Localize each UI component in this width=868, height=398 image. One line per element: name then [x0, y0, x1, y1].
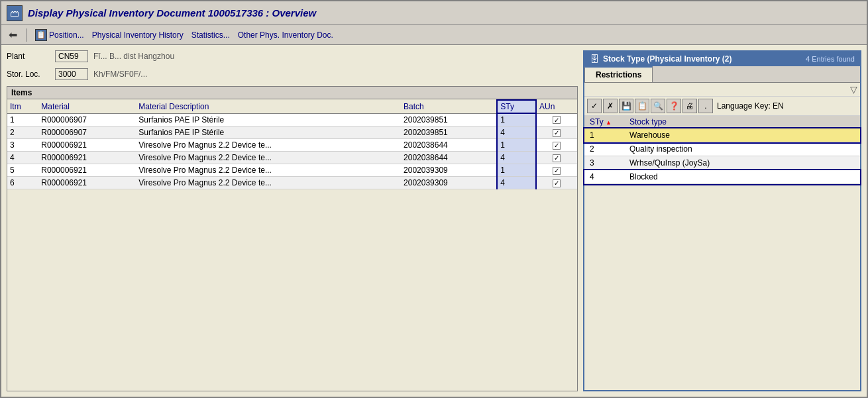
history-label: Physical Inventory History: [92, 30, 184, 40]
cell-itm: 1: [7, 113, 38, 126]
stock-col-sty[interactable]: STy ▲: [584, 116, 624, 128]
filter-icon[interactable]: ▽: [850, 84, 857, 95]
app-icon: 🗃: [7, 5, 23, 21]
list-item[interactable]: 2 Quality inspection: [584, 142, 860, 156]
cell-sty: 4: [497, 126, 536, 139]
statistics-label: Statistics...: [191, 30, 230, 40]
col-sty[interactable]: STy: [497, 100, 536, 113]
other-doc-button[interactable]: Other Phys. Inventory Doc.: [236, 30, 335, 40]
position-button[interactable]: 📋 Position...: [33, 28, 86, 42]
cell-sty: 1: [497, 139, 536, 152]
popup-tabs: Restrictions: [584, 66, 860, 83]
stor-label: Stor. Loc.: [7, 70, 50, 79]
stock-sty-cell: 2: [584, 142, 624, 156]
help-button[interactable]: ❓: [667, 99, 681, 113]
table-row[interactable]: 4 R000006921 Viresolve Pro Magnus 2.2 De…: [7, 152, 577, 164]
plant-label: Plant: [7, 52, 50, 61]
cell-aun: [536, 152, 577, 164]
cell-material: R000006921: [38, 152, 136, 164]
col-itm[interactable]: Itm: [7, 100, 38, 113]
stock-sty-cell: 3: [584, 156, 624, 170]
cell-sty: 1: [497, 164, 536, 177]
table-row[interactable]: 1 R000006907 Surfanios PAE IP Stérile 20…: [7, 113, 577, 126]
items-table: Itm Material Material Description Batch …: [7, 99, 577, 189]
items-section: Items Itm Material Material Description …: [7, 86, 578, 391]
page-title: Display Physical Inventory Document 1000…: [28, 7, 316, 19]
table-row[interactable]: 2 R000006907 Surfanios PAE IP Stérile 20…: [7, 126, 577, 139]
cell-desc: Viresolve Pro Magnus 2.2 Device te...: [136, 164, 401, 177]
stock-type-cell: Quality inspection: [624, 142, 860, 156]
separator-1: [26, 28, 27, 42]
back-icon: ⬅: [9, 28, 17, 41]
popup-title-bar: 🗄 Stock Type (Physical Inventory (2) 4 E…: [584, 52, 860, 66]
col-aun[interactable]: AUn: [536, 100, 577, 113]
popup-panel: 🗄 Stock Type (Physical Inventory (2) 4 E…: [583, 50, 861, 391]
cell-sty: 4: [497, 152, 536, 164]
cell-batch: 2002039309: [401, 177, 497, 189]
left-panel: Plant Fī... B... dist Hangzhou Stor. Loc…: [7, 50, 578, 391]
items-header: Items: [7, 87, 577, 99]
cell-itm: 3: [7, 139, 38, 152]
stor-input[interactable]: [55, 68, 88, 80]
cell-desc: Surfanios PAE IP Stérile: [136, 113, 401, 126]
table-row[interactable]: 5 R000006921 Viresolve Pro Magnus 2.2 De…: [7, 164, 577, 177]
position-label: Position...: [49, 30, 84, 40]
checkbox[interactable]: [553, 116, 561, 124]
checkbox[interactable]: [553, 142, 561, 150]
checkbox[interactable]: [553, 129, 561, 137]
checkbox[interactable]: [553, 167, 561, 175]
cell-itm: 4: [7, 152, 38, 164]
cell-itm: 2: [7, 126, 38, 139]
popup-icon: 🗄: [590, 54, 599, 64]
lang-key: Language Key: EN: [717, 101, 784, 111]
col-batch[interactable]: Batch: [401, 100, 497, 113]
table-row[interactable]: 3 R000006921 Viresolve Pro Magnus 2.2 De…: [7, 139, 577, 152]
cancel-button[interactable]: ✗: [603, 99, 618, 113]
stock-sty-cell: 4: [584, 170, 624, 184]
cell-material: R000006921: [38, 164, 136, 177]
filter-row: ▽: [584, 83, 860, 97]
save-button[interactable]: 💾: [619, 99, 633, 113]
cell-desc: Surfanios PAE IP Stérile: [136, 126, 401, 139]
cell-itm: 5: [7, 164, 38, 177]
checkbox[interactable]: [553, 179, 561, 187]
more-button[interactable]: .: [698, 99, 713, 113]
stock-col-type[interactable]: Stock type: [624, 116, 860, 128]
cell-material: R000006921: [38, 139, 136, 152]
checkbox[interactable]: [553, 154, 561, 162]
cell-material: R000006907: [38, 126, 136, 139]
cell-batch: 2002038644: [401, 152, 497, 164]
cell-material: R000006921: [38, 177, 136, 189]
cell-aun: [536, 113, 577, 126]
list-item[interactable]: 1 Warehouse: [584, 128, 860, 142]
search-button[interactable]: 🔍: [651, 99, 665, 113]
statistics-button[interactable]: Statistics...: [190, 30, 232, 40]
content-area: Plant Fī... B... dist Hangzhou Stor. Loc…: [1, 45, 867, 397]
col-desc[interactable]: Material Description: [136, 100, 401, 113]
col-material[interactable]: Material: [38, 100, 136, 113]
list-item[interactable]: 3 Wrhse/QuInsp (JoySa): [584, 156, 860, 170]
cell-material: R000006907: [38, 113, 136, 126]
back-button[interactable]: ⬅: [7, 28, 19, 42]
table-row[interactable]: 6 R000006921 Viresolve Pro Magnus 2.2 De…: [7, 177, 577, 189]
cell-aun: [536, 177, 577, 189]
stock-type-cell: Blocked: [624, 170, 860, 184]
stor-desc: Kh/FM/SF0F/...: [93, 70, 147, 79]
cell-sty: 1: [497, 113, 536, 126]
copy-button[interactable]: 📋: [635, 99, 649, 113]
cell-batch: 2002039309: [401, 164, 497, 177]
confirm-button[interactable]: ✓: [587, 99, 602, 113]
cell-batch: 2002038644: [401, 139, 497, 152]
list-item[interactable]: 4 Blocked: [584, 170, 860, 184]
tab-restrictions[interactable]: Restrictions: [584, 66, 653, 82]
stock-type-cell: Wrhse/QuInsp (JoySa): [624, 156, 860, 170]
print-button[interactable]: 🖨: [682, 99, 697, 113]
cell-batch: 2002039851: [401, 113, 497, 126]
popup-toolbar: ✓ ✗ 💾 📋 🔍 ❓ 🖨 . Language Key: EN: [584, 97, 860, 116]
history-button[interactable]: Physical Inventory History: [90, 30, 186, 40]
stock-type-cell: Warehouse: [624, 128, 860, 142]
plant-input[interactable]: [55, 50, 88, 62]
stock-sty-cell: 1: [584, 128, 624, 142]
cell-aun: [536, 139, 577, 152]
other-doc-label: Other Phys. Inventory Doc.: [238, 30, 333, 40]
